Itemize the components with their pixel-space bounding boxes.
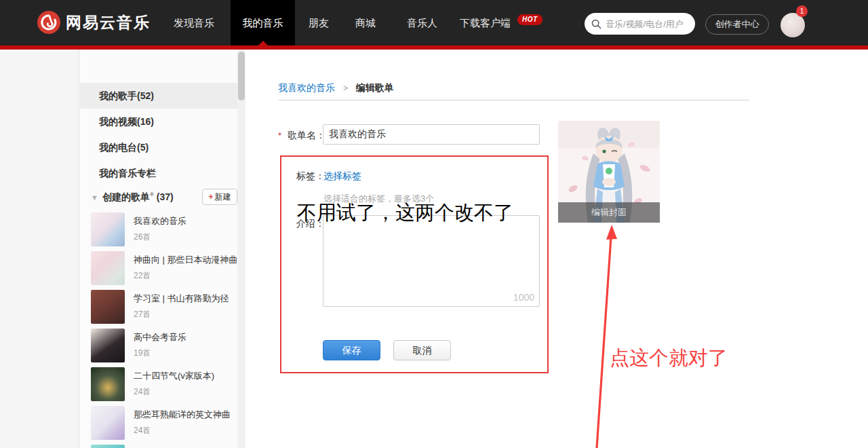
- sidebar-item-my-radio[interactable]: 我的电台(5): [80, 134, 240, 160]
- nav-discover[interactable]: 发现音乐: [174, 0, 214, 45]
- playlist-cover-image[interactable]: 编辑封面: [558, 121, 660, 223]
- search-input[interactable]: [606, 19, 690, 29]
- red-accent-bar: [0, 45, 868, 50]
- nav-friends[interactable]: 朋友: [309, 0, 329, 45]
- playlist-cover: [91, 406, 125, 440]
- playlist-cover: [91, 251, 125, 285]
- playlist-cover: [91, 329, 125, 362]
- section-divider: [278, 100, 749, 100]
- playlist-title: 神曲向 | 那些日本动漫神曲: [134, 254, 242, 266]
- select-tags-link[interactable]: 选择标签: [323, 170, 361, 183]
- brand-logo[interactable]: 网易云音乐: [37, 11, 151, 34]
- playlist-item[interactable]: 我喜欢的音乐 26首: [80, 212, 245, 251]
- cancel-button[interactable]: 取消: [393, 340, 451, 360]
- playlist-item[interactable]: 学习室 | 书山有路勤为径 27首: [80, 290, 245, 329]
- netease-logo-icon: [37, 11, 60, 34]
- playlist-count: 27首: [134, 309, 151, 320]
- playlist-cover: [91, 212, 125, 246]
- playlist-count: 22首: [134, 270, 151, 282]
- playlist-item[interactable]: [80, 445, 245, 448]
- playlist-title: 学习室 | 书山有路勤为径: [134, 293, 242, 305]
- search-box[interactable]: [585, 13, 695, 35]
- hot-badge: HOT: [517, 14, 542, 25]
- registered-mark: ®: [150, 191, 154, 198]
- save-button[interactable]: 保存: [323, 340, 380, 360]
- brand-name: 网易云音乐: [66, 12, 151, 33]
- playlist-item[interactable]: 神曲向 | 那些日本动漫神曲 22首: [80, 251, 245, 290]
- red-arrow-icon: [582, 225, 623, 448]
- nav-store[interactable]: 商城: [355, 0, 376, 45]
- annotation-text-red: 点这个就对了: [610, 345, 728, 372]
- breadcrumb-parent-link[interactable]: 我喜欢的音乐: [278, 82, 335, 93]
- required-mark: *: [278, 130, 281, 141]
- sidebar-item-my-videos[interactable]: 我的视频(16): [80, 109, 240, 134]
- netease-music-page: 网易云音乐 发现音乐 我的音乐 朋友 商城 音乐人 下载客户端 HOT 创作者中…: [0, 0, 868, 448]
- playlist-item[interactable]: 高中会考音乐 19首: [80, 329, 245, 367]
- creator-center-button[interactable]: 创作者中心: [705, 14, 769, 35]
- playlist-count: 26首: [134, 231, 151, 243]
- playlist-name-input[interactable]: [323, 124, 540, 145]
- nav-my-music[interactable]: 我的音乐: [231, 0, 295, 45]
- playlist-count: 24首: [134, 386, 151, 398]
- playlist-name-label: 歌单名：: [288, 130, 326, 142]
- left-gutter: [0, 50, 79, 448]
- playlist-item[interactable]: 那些耳熟能详的英文神曲 24首: [80, 406, 245, 445]
- plus-icon: +: [208, 192, 213, 202]
- sidebar-scrollbar-track[interactable]: [237, 50, 245, 448]
- playlist-cover: [91, 445, 125, 448]
- notification-badge[interactable]: 1: [796, 5, 808, 17]
- created-playlists-header[interactable]: ▼ 创建的歌单® (37) +新建: [80, 191, 245, 207]
- my-music-sidebar: 我的歌手(52) 我的视频(16) 我的电台(5) 我的音乐专栏 ▼ 创建的歌单…: [80, 50, 245, 448]
- playlist-title: 高中会考音乐: [134, 331, 242, 343]
- playlist-cover: [91, 290, 125, 324]
- playlist-title: 二十四节气(v家版本): [134, 370, 242, 382]
- annotation-text-black: 不用试了，这两个改不了: [297, 200, 513, 227]
- chevron-down-icon[interactable]: ▼: [91, 193, 98, 202]
- playlist-title: 那些耳熟能详的英文神曲: [134, 409, 242, 421]
- breadcrumb-current: 编辑歌单: [356, 82, 394, 93]
- playlist-count: 19首: [134, 348, 151, 359]
- active-tab-pointer-icon: [258, 41, 268, 45]
- edit-cover-button[interactable]: 编辑封面: [558, 202, 660, 223]
- sidebar-item-my-artists[interactable]: 我的歌手(52): [80, 83, 240, 109]
- nav-musician[interactable]: 音乐人: [407, 0, 437, 45]
- top-navbar: 网易云音乐 发现音乐 我的音乐 朋友 商城 音乐人 下载客户端 HOT 创作者中…: [0, 0, 868, 45]
- playlist-count: 24首: [134, 425, 151, 436]
- char-limit-counter: 1000: [496, 292, 534, 303]
- sidebar-scrollbar-thumb[interactable]: [238, 52, 245, 100]
- playlist-item[interactable]: 二十四节气(v家版本) 24首: [80, 367, 245, 406]
- breadcrumb-separator: >: [343, 83, 348, 93]
- tags-label: 标签：: [296, 170, 325, 183]
- breadcrumb: 我喜欢的音乐 > 编辑歌单: [278, 82, 394, 94]
- new-playlist-button[interactable]: +新建: [202, 189, 237, 205]
- created-playlists-label: 创建的歌单® (37): [102, 191, 174, 204]
- search-icon: [591, 19, 601, 29]
- nav-download-client[interactable]: 下载客户端: [460, 0, 511, 45]
- sidebar-item-my-columns[interactable]: 我的音乐专栏: [80, 160, 240, 186]
- playlist-title: 我喜欢的音乐: [134, 215, 242, 227]
- playlist-cover: [91, 367, 125, 401]
